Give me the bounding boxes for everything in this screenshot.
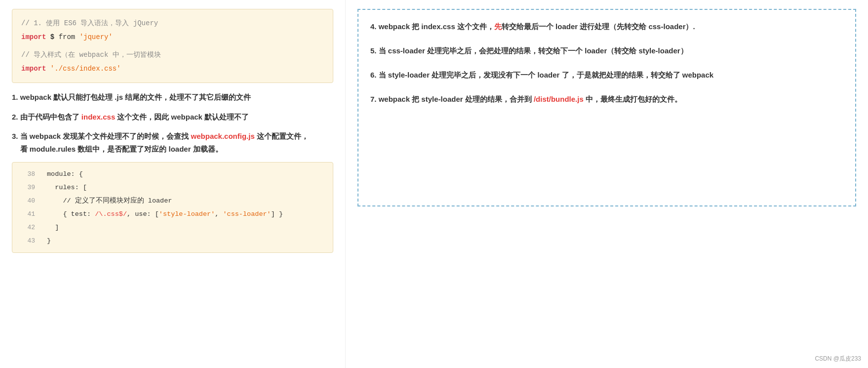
code-line-import-jquery: import $ from 'jquery' — [21, 30, 324, 44]
watermark: CSDN @瓜皮233 — [815, 355, 861, 363]
left-panel: // 1. 使用 ES6 导入语法，导入 jQuery import $ fro… — [0, 0, 346, 368]
config-code-block: 38 module: { 39 rules: [ 40 // 定义了不同模块对应… — [12, 162, 333, 253]
right-item-6: 6. 当 style-loader 处理完毕之后，发现没有下一个 loader … — [370, 68, 843, 82]
right-item-7: 7. webpack 把 style-loader 处理的结果，合并到 /dis… — [370, 92, 843, 106]
code-line-comment-2: // 导入样式（在 webpack 中，一切皆模块 — [21, 48, 324, 62]
code-line-comment-1: // 1. 使用 ES6 导入语法，导入 jQuery — [21, 16, 324, 30]
config-line-40: 40 // 定义了不同模块对应的 loader — [12, 194, 333, 207]
text-item-3: 3. 当 webpack 发现某个文件处理不了的时候，会查找 webpack.c… — [12, 130, 333, 155]
code-line-import-css: import './css/index.css' — [21, 62, 324, 76]
right-item-4: 4. webpack 把 index.css 这个文件，先转交给最后一个 loa… — [370, 20, 843, 33]
text-item-1: 1. webpack 默认只能打包处理 .js 结尾的文件，处理不了其它后缀的文… — [12, 91, 333, 104]
code-block-imports: // 1. 使用 ES6 导入语法，导入 jQuery import $ fro… — [12, 9, 333, 83]
right-item-5: 5. 当 css-loader 处理完毕之后，会把处理的结果，转交给下一个 lo… — [370, 44, 843, 57]
text-item-2: 2. 由于代码中包含了 index.css 这个文件，因此 webpack 默认… — [12, 111, 333, 123]
right-panel: 4. webpack 把 index.css 这个文件，先转交给最后一个 loa… — [346, 0, 868, 368]
dashed-content-box: 4. webpack 把 index.css 这个文件，先转交给最后一个 loa… — [357, 9, 856, 206]
config-line-39: 39 rules: [ — [12, 181, 333, 194]
config-line-42: 42 ] — [12, 221, 333, 234]
config-line-43: 43 } — [12, 234, 333, 247]
config-line-41: 41 { test: /\.css$/, use: ['style-loader… — [12, 207, 333, 221]
config-line-38: 38 module: { — [12, 167, 333, 181]
code-spacer — [21, 44, 324, 48]
